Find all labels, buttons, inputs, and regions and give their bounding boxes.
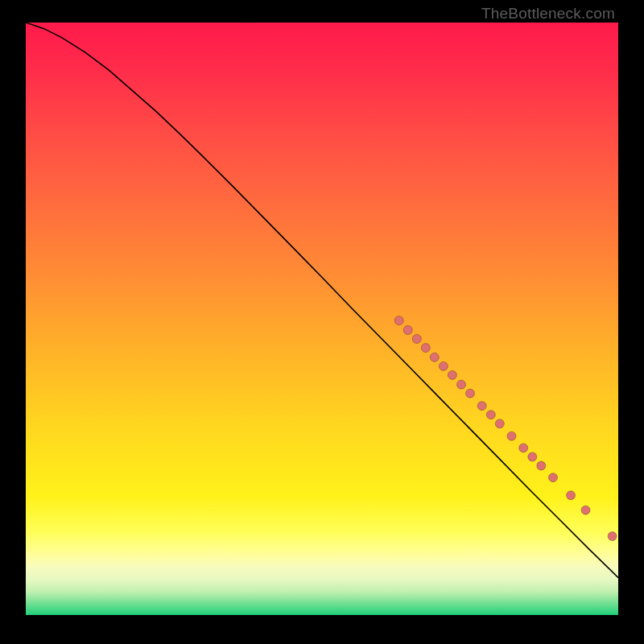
chart-area xyxy=(26,23,618,615)
data-point xyxy=(394,316,403,325)
data-point xyxy=(457,380,466,389)
data-point xyxy=(537,461,546,470)
data-point xyxy=(608,532,617,541)
data-point xyxy=(439,361,448,370)
data-point xyxy=(486,411,495,419)
data-point xyxy=(519,444,528,452)
data-point xyxy=(477,402,486,411)
data-point xyxy=(430,353,439,361)
data-point xyxy=(495,419,504,428)
data-points-group xyxy=(394,316,617,541)
curve-line xyxy=(26,23,618,578)
data-point xyxy=(421,344,430,353)
data-point xyxy=(403,326,412,335)
data-point xyxy=(412,335,421,344)
data-point xyxy=(466,389,475,398)
data-point xyxy=(528,452,537,461)
data-point xyxy=(448,370,456,379)
data-point xyxy=(507,431,516,440)
data-point xyxy=(567,491,576,500)
data-point xyxy=(581,506,590,514)
chart-svg xyxy=(26,23,618,615)
data-point xyxy=(549,473,558,482)
watermark-text: TheBottleneck.com xyxy=(481,5,615,23)
